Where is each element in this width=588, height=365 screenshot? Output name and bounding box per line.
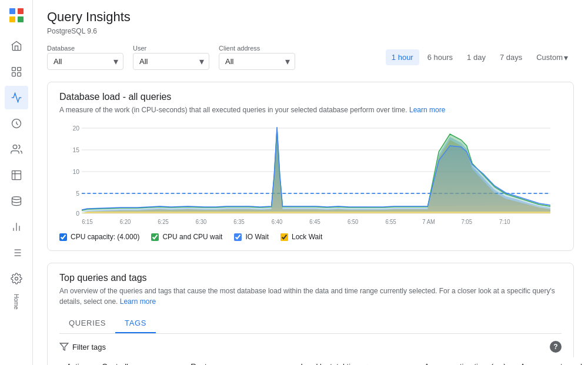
user-filter-label: User <box>133 45 209 52</box>
user-dropdown[interactable]: All ▾ <box>133 53 209 70</box>
chart-description: A measure of the work (in CPU-seconds) t… <box>59 105 562 115</box>
legend-io-wait: IO Wait <box>234 233 269 241</box>
time-btn-1day[interactable]: 1 day <box>461 49 492 65</box>
client-address-filter-label: Client address <box>219 45 295 52</box>
sort-desc-icon: ↓ <box>366 362 370 365</box>
sidebar-item-settings[interactable] <box>5 267 28 290</box>
help-icon[interactable]: ? <box>550 341 562 353</box>
svg-rect-2 <box>9 16 15 22</box>
svg-text:10: 10 <box>73 168 80 175</box>
svg-rect-6 <box>12 73 15 76</box>
time-range-bar: 1 hour 6 hours 1 day 7 days Custom ▾ <box>386 49 574 66</box>
client-address-arrow-icon: ▾ <box>285 56 290 67</box>
svg-rect-0 <box>9 8 15 14</box>
tab-queries[interactable]: QUERIES <box>59 314 115 333</box>
tab-tags[interactable]: TAGS <box>115 314 156 333</box>
legend-io-wait-checkbox[interactable] <box>234 233 242 241</box>
svg-rect-1 <box>18 8 24 14</box>
svg-text:6:45: 6:45 <box>309 219 320 225</box>
svg-text:7:10: 7:10 <box>499 219 510 225</box>
table-toolbar: Filter tags ? <box>59 341 562 353</box>
time-btn-custom[interactable]: Custom ▾ <box>530 49 574 66</box>
filter-tags-label: Filter tags <box>72 343 106 351</box>
user-value: All <box>139 57 148 66</box>
sidebar-item-storage[interactable] <box>5 189 28 213</box>
legend-cpu-wait-label: CPU and CPU wait <box>162 233 222 241</box>
sidebar-item-tables[interactable] <box>5 163 28 187</box>
db-version-label: PostgreSQL 9.6 <box>47 27 574 35</box>
svg-text:20: 20 <box>73 125 80 132</box>
chart-svg: 20 15 10 5 0 6:15 6:20 6:25 6:30 6:35 6:… <box>59 122 562 228</box>
chart-section: Database load - all queries A measure of… <box>47 82 574 251</box>
svg-text:6:40: 6:40 <box>272 219 283 225</box>
chart-learn-more-link[interactable]: Learn more <box>409 106 445 114</box>
svg-rect-4 <box>12 68 15 71</box>
legend-cpu-wait-checkbox[interactable] <box>151 233 159 241</box>
legend-lock-wait-checkbox[interactable] <box>280 233 288 241</box>
chart-container: 20 15 10 5 0 6:15 6:20 6:25 6:30 6:35 6:… <box>59 122 562 228</box>
legend-io-wait-label: IO Wait <box>245 233 269 241</box>
svg-rect-3 <box>18 16 24 22</box>
database-value: All <box>54 57 62 66</box>
time-btn-6hours[interactable]: 6 hours <box>422 49 459 65</box>
svg-point-9 <box>13 145 17 149</box>
sidebar-item-dashboard[interactable] <box>5 60 28 83</box>
user-arrow-icon: ▾ <box>199 56 204 67</box>
sidebar-item-home[interactable] <box>5 34 28 58</box>
svg-text:6:50: 6:50 <box>348 219 359 225</box>
data-table: Action Controller Route Load by total ti… <box>59 357 588 365</box>
top-queries-title: Top queries and tags <box>59 273 562 283</box>
sidebar-mast-label: Home <box>13 292 19 314</box>
svg-text:6:35: 6:35 <box>233 219 244 225</box>
svg-rect-7 <box>17 73 21 76</box>
database-filter-label: Database <box>47 45 123 52</box>
svg-marker-48 <box>60 343 68 350</box>
filter-bar: Database All ▾ User All ▾ Client address… <box>47 45 574 70</box>
sidebar: Home <box>0 0 33 365</box>
sidebar-item-list[interactable] <box>5 241 28 264</box>
legend-cpu-capacity-checkbox[interactable] <box>59 233 67 241</box>
sidebar-item-users[interactable] <box>5 138 28 161</box>
app-logo <box>6 5 27 26</box>
svg-rect-5 <box>17 68 21 71</box>
sidebar-item-metrics[interactable] <box>5 215 28 239</box>
filter-icon <box>59 342 69 351</box>
col-action: Action <box>59 357 95 365</box>
sidebar-item-insights[interactable] <box>5 86 28 109</box>
database-arrow-icon: ▾ <box>113 56 118 67</box>
top-queries-section: Top queries and tags An overview of the … <box>47 263 574 365</box>
svg-text:5: 5 <box>76 190 79 197</box>
svg-text:6:15: 6:15 <box>82 219 92 225</box>
col-avg-exec: Avg execution time (ms) <box>417 357 513 365</box>
user-filter-group: User All ▾ <box>133 45 209 70</box>
time-btn-1hour[interactable]: 1 hour <box>386 49 419 65</box>
legend-cpu-capacity: CPU capacity: (4.000) <box>59 233 139 241</box>
legend-lock-wait: Lock Wait <box>280 233 322 241</box>
chart-title: Database load - all queries <box>59 92 562 102</box>
svg-text:6:20: 6:20 <box>120 219 131 225</box>
sidebar-item-transfer[interactable] <box>5 112 28 135</box>
legend-lock-wait-label: Lock Wait <box>292 233 322 241</box>
main-content: Query Insights PostgreSQL 9.6 Database A… <box>33 0 588 365</box>
filter-tags-button[interactable]: Filter tags <box>59 342 106 351</box>
top-queries-learn-more-link[interactable]: Learn more <box>120 297 156 306</box>
client-address-dropdown[interactable]: All ▾ <box>219 53 295 70</box>
page-title: Query Insights <box>47 9 574 25</box>
legend-cpu-wait: CPU and CPU wait <box>151 233 222 241</box>
svg-text:6:30: 6:30 <box>196 219 207 225</box>
svg-text:0: 0 <box>76 210 79 217</box>
client-address-value: All <box>225 57 233 66</box>
svg-text:6:55: 6:55 <box>385 219 396 225</box>
client-address-filter-group: Client address All ▾ <box>219 45 295 70</box>
table-header-row: Action Controller Route Load by total ti… <box>59 357 588 365</box>
col-load[interactable]: Load by total time ↓ <box>293 357 417 365</box>
col-controller: Controller <box>95 357 183 365</box>
database-dropdown[interactable]: All ▾ <box>47 53 123 70</box>
time-btn-7days[interactable]: 7 days <box>494 49 528 65</box>
svg-point-11 <box>12 197 21 200</box>
legend-cpu-capacity-label: CPU capacity: (4.000) <box>71 233 139 241</box>
svg-text:6:25: 6:25 <box>158 219 168 225</box>
top-queries-description: An overview of the queries and tags that… <box>59 286 562 307</box>
col-avg-rows: Avg rows returned <box>513 357 588 365</box>
database-filter-group: Database All ▾ <box>47 45 123 70</box>
